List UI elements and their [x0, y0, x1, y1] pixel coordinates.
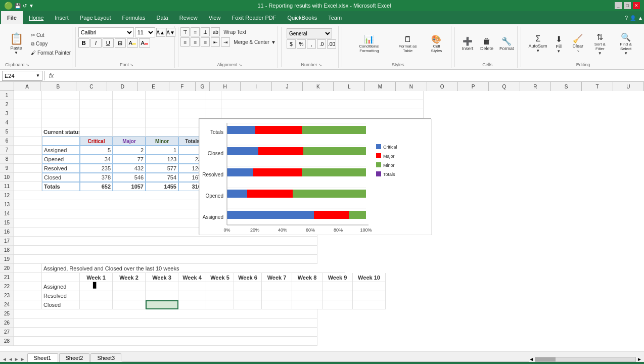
- cut-button[interactable]: ✂ Cut: [28, 31, 73, 39]
- name-box[interactable]: E24 ▼: [2, 71, 42, 81]
- cell-f1[interactable]: [178, 91, 206, 100]
- cell-j21[interactable]: Week 8: [292, 273, 323, 282]
- bold-button[interactable]: B: [78, 38, 89, 48]
- cell-e11[interactable]: 1455: [146, 182, 178, 191]
- cell-i21[interactable]: Week 7: [262, 273, 292, 282]
- cell-a6[interactable]: [14, 136, 42, 146]
- col-header-m[interactable]: M: [365, 82, 396, 91]
- sheet-tab-3[interactable]: Sheet3: [90, 353, 121, 362]
- next-page-button[interactable]: ►: [14, 356, 19, 362]
- cell-d1[interactable]: [113, 91, 146, 100]
- col-header-h[interactable]: H: [210, 82, 241, 91]
- col-header-s[interactable]: S: [551, 82, 582, 91]
- cell-e6[interactable]: Minor: [146, 136, 178, 146]
- number-label[interactable]: Number ↘: [301, 60, 322, 67]
- col-header-b[interactable]: B: [40, 82, 76, 91]
- cell-l21[interactable]: Week 10: [353, 273, 386, 282]
- font-size-select[interactable]: 11: [135, 27, 155, 37]
- cell-e2[interactable]: [146, 100, 178, 109]
- help-icon[interactable]: ?: [625, 15, 628, 21]
- name-box-dropdown[interactable]: ▼: [36, 73, 40, 78]
- font-color-button[interactable]: A▬: [139, 38, 150, 48]
- cell-d10[interactable]: 546: [113, 173, 146, 182]
- cell-e9[interactable]: 577: [146, 164, 178, 173]
- cell-d22[interactable]: [113, 282, 146, 291]
- cell-l22[interactable]: [353, 282, 386, 291]
- cell-c10[interactable]: 378: [80, 173, 113, 182]
- italic-button[interactable]: I: [90, 38, 102, 48]
- cell-d11[interactable]: 1057: [113, 182, 146, 191]
- cell-c11[interactable]: 652: [80, 182, 113, 191]
- cell-a21[interactable]: [14, 273, 42, 282]
- cell-c24[interactable]: [80, 300, 113, 309]
- menu-pagelayout[interactable]: Page Layout: [75, 11, 116, 24]
- formula-input[interactable]: [58, 71, 642, 81]
- underline-button[interactable]: U: [103, 38, 114, 48]
- format-as-table-button[interactable]: 🗒 Format as Table: [392, 31, 424, 57]
- increase-decimal-button[interactable]: .00: [327, 39, 336, 49]
- cell-a5[interactable]: [14, 127, 42, 136]
- restore-button[interactable]: □: [624, 2, 631, 9]
- decrease-indent-button[interactable]: ⇤: [211, 37, 220, 47]
- cell-c23[interactable]: [80, 291, 113, 300]
- increase-indent-button[interactable]: ⇥: [221, 37, 230, 47]
- cell-f22[interactable]: [178, 282, 206, 291]
- currency-button[interactable]: $: [287, 39, 296, 49]
- cell-h21[interactable]: Week 6: [234, 273, 262, 282]
- cell-h23[interactable]: [234, 291, 262, 300]
- cell-e5[interactable]: [146, 127, 178, 136]
- cell-row18[interactable]: [14, 246, 317, 255]
- cell-e3[interactable]: [146, 109, 178, 118]
- cell-a1[interactable]: [14, 91, 42, 100]
- cell-g23[interactable]: [206, 291, 234, 300]
- delete-button[interactable]: 🗑 Delete: [478, 31, 496, 57]
- cell-j23[interactable]: [292, 291, 323, 300]
- col-header-d[interactable]: D: [107, 82, 138, 91]
- col-header-p[interactable]: P: [458, 82, 489, 91]
- close-button[interactable]: ✕: [633, 2, 640, 9]
- cell-g21[interactable]: Week 5: [206, 273, 234, 282]
- cell-c9[interactable]: 235: [80, 164, 113, 173]
- cell-a8[interactable]: [14, 155, 42, 164]
- cell-row25[interactable]: [14, 309, 317, 318]
- cell-d6[interactable]: Major: [113, 136, 146, 146]
- cell-a24[interactable]: [14, 300, 42, 309]
- sort-filter-button[interactable]: ⇅ Sort & Filter ▼: [588, 31, 612, 57]
- align-center-button[interactable]: ≡: [191, 37, 200, 47]
- cell-i24[interactable]: [262, 300, 292, 309]
- col-header-u[interactable]: U: [613, 82, 644, 91]
- cell-h1[interactable]: [221, 91, 424, 100]
- cell-d24[interactable]: [113, 300, 146, 309]
- cell-h22[interactable]: [234, 282, 262, 291]
- orientation-button[interactable]: ab: [211, 27, 220, 36]
- sheet-tab-1[interactable]: Sheet1: [27, 353, 58, 362]
- autosum-button[interactable]: Σ AutoSum ▼: [527, 31, 548, 57]
- cell-d7[interactable]: 2: [113, 146, 146, 155]
- cell-k22[interactable]: [323, 282, 353, 291]
- cell-row17[interactable]: [14, 237, 317, 246]
- cell-e21[interactable]: Week 3: [146, 273, 178, 282]
- cell-f21[interactable]: Week 4: [178, 273, 206, 282]
- cell-b6[interactable]: [42, 136, 80, 146]
- col-header-n[interactable]: N: [396, 82, 427, 91]
- cell-a9[interactable]: [14, 164, 42, 173]
- title-bar-controls[interactable]: _ □ ✕: [615, 2, 640, 9]
- merge-center-button[interactable]: Merge & Center ▼: [231, 38, 279, 46]
- prev-sheet-button[interactable]: ◄: [2, 356, 7, 362]
- menu-insert[interactable]: Insert: [50, 11, 74, 24]
- cell-e10[interactable]: 754: [146, 173, 178, 182]
- cell-e8[interactable]: 123: [146, 155, 178, 164]
- align-bottom-button[interactable]: ⊥: [201, 27, 210, 36]
- cell-c1[interactable]: [80, 91, 113, 100]
- format-button[interactable]: 🔧 Format: [497, 31, 517, 57]
- cell-l24[interactable]: [353, 300, 386, 309]
- chart-container[interactable]: Totals Closed Resolved Opened Assigned: [199, 118, 431, 235]
- cell-f3[interactable]: [178, 109, 206, 118]
- insert-button[interactable]: ➕ Insert: [458, 31, 477, 57]
- clipboard-expand-icon[interactable]: ↘: [26, 63, 29, 67]
- cell-j22[interactable]: [292, 282, 323, 291]
- cell-j24[interactable]: [292, 300, 323, 309]
- cell-c2[interactable]: [80, 100, 113, 109]
- cell-b7[interactable]: Assigned: [42, 146, 80, 155]
- col-header-f[interactable]: F: [169, 82, 196, 91]
